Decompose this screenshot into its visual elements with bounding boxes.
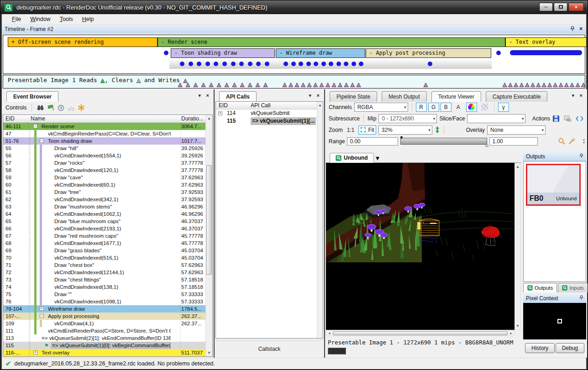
save-texture-icon[interactable] xyxy=(552,115,560,122)
write-event-triangle[interactable]: ▲ xyxy=(338,81,342,88)
event-browser-scrollbar[interactable]: ▲ ▼ xyxy=(205,115,212,356)
channels-selector[interactable]: RGBA ▾ xyxy=(354,103,408,112)
event-row-56[interactable]: 56vkCmdDrawIndexed(1554,1)39.25926 xyxy=(3,152,205,159)
texture-vertical-scrollbar[interactable]: ▲ ▼ xyxy=(514,163,521,330)
write-event-triangle[interactable]: ▲ xyxy=(581,81,585,88)
write-event-triangle[interactable]: ▲ xyxy=(307,81,311,88)
tab-pipeline-state[interactable]: Pipeline State xyxy=(330,91,377,102)
timeline-marker-apply-post-processing[interactable]: - Apply post processing xyxy=(366,48,491,58)
tab-inputs[interactable]: Inputs xyxy=(558,283,588,292)
scroll-up-icon[interactable]: ▲ xyxy=(317,102,323,109)
write-event-triangle[interactable]: ▲ xyxy=(263,81,268,88)
draw-event-dot[interactable] xyxy=(306,62,311,66)
tab-outputs[interactable]: Outputs xyxy=(523,283,557,292)
menu-file[interactable]: File xyxy=(7,15,26,24)
tab-api-calls[interactable]: API Calls xyxy=(219,91,257,102)
write-event-triangle[interactable]: ▲ xyxy=(503,81,507,88)
event-row-51-76[interactable]: 51-76−Toon shading draw1017.7... xyxy=(3,137,205,145)
panel-menu-caret-icon[interactable]: ▾ xyxy=(309,93,311,99)
event-row-107-...[interactable]: 107-...−Apply post processing262.37... xyxy=(3,313,205,320)
draw-event-dot[interactable] xyxy=(336,62,341,66)
zoom-1to1-button[interactable]: 1:1 xyxy=(345,125,357,135)
scroll-down-icon[interactable]: ▼ xyxy=(515,323,520,329)
collapse-icon[interactable]: − xyxy=(33,124,37,128)
open-link-icon[interactable] xyxy=(564,115,572,122)
debug-button[interactable]: Debug xyxy=(556,343,584,353)
bookmark-star-icon[interactable] xyxy=(78,104,85,111)
find-event-icon[interactable] xyxy=(37,104,44,111)
write-event-triangle[interactable]: ▲ xyxy=(344,81,348,88)
panel-close-icon[interactable]: × xyxy=(206,93,209,98)
draw-event-dot[interactable] xyxy=(359,62,363,66)
channel-r-button[interactable]: R xyxy=(416,103,427,112)
write-event-triangle[interactable]: ▲ xyxy=(564,81,568,88)
scroll-right-icon[interactable]: ◄ xyxy=(508,331,514,336)
write-event-triangle[interactable]: ▲ xyxy=(209,81,213,88)
draw-event-dot[interactable] xyxy=(321,62,326,66)
range-slider[interactable]: ▼ ▲ xyxy=(400,138,487,145)
event-table-header[interactable]: EID Name Duratio... xyxy=(3,115,205,123)
draw-event-dot[interactable] xyxy=(344,62,348,66)
range-max-input[interactable]: 1.00 xyxy=(489,137,538,146)
write-event-triangle[interactable]: ▲ xyxy=(531,81,535,88)
event-row-58[interactable]: 58vkCmdDrawIndexed(120,1)37.77778 xyxy=(3,167,205,174)
outputs-header[interactable]: Outputs xyxy=(523,152,586,161)
draw-event-dot[interactable] xyxy=(291,62,296,66)
write-event-triangle[interactable]: ▲ xyxy=(525,81,529,88)
scrollbar-thumb[interactable] xyxy=(206,165,212,275)
pin-icon[interactable] xyxy=(570,26,575,31)
event-row-74[interactable]: 74vkCmdDrawIndexed(138,1)57.18518 xyxy=(3,283,205,291)
event-row-76[interactable]: 76vkCmdDrawIndexed(1098,1)57.33333 xyxy=(3,298,205,305)
write-event-triangle[interactable]: ▲ xyxy=(326,81,330,88)
gamma-button[interactable]: γ xyxy=(498,103,509,112)
draw-event-dot[interactable] xyxy=(299,62,303,66)
event-row-71[interactable]: 71Draw "chest box"57.62963 xyxy=(3,261,205,269)
menu-window[interactable]: Window xyxy=(26,15,55,24)
write-event-triangle[interactable]: ▲ xyxy=(194,81,198,88)
panel-close-icon[interactable]: × xyxy=(317,93,320,98)
draw-event-dot[interactable] xyxy=(265,62,269,66)
write-event-triangle[interactable]: ▲ xyxy=(332,81,336,88)
write-event-triangle[interactable]: ▲ xyxy=(289,81,293,88)
draw-event-dot[interactable] xyxy=(189,62,193,66)
event-row-109[interactable]: 109vkCmdDraw(4,1)262.37... xyxy=(3,320,205,327)
event-row-62[interactable]: 62vkCmdDrawIndexed(342,1)37.92593 xyxy=(3,196,205,203)
event-row-64[interactable]: 64vkCmdDrawIndexed(1062,1)46.96296 xyxy=(3,210,205,218)
close-button[interactable]: × xyxy=(568,3,584,11)
jump-to-event-icon[interactable] xyxy=(47,104,54,111)
expand-icon[interactable]: + xyxy=(218,111,222,115)
event-row-111[interactable]: 111vkCmdEndRenderPass(C=Store, D=Store, … xyxy=(3,327,205,334)
write-event-triangle[interactable]: ▲ xyxy=(508,81,512,88)
tab-mesh-output[interactable]: Mesh Output xyxy=(382,91,427,102)
channel-g-button[interactable]: G xyxy=(428,103,439,112)
write-event-triangle[interactable]: ▲ xyxy=(186,81,190,88)
event-row-63[interactable]: 63Draw "mushroom stems"46.96296 xyxy=(3,203,205,210)
event-row-78-104[interactable]: 78-104+Wireframe draw1784.5... xyxy=(3,305,205,313)
channel-a-button[interactable]: A xyxy=(453,103,464,112)
tab-event-browser[interactable]: Event Browser xyxy=(6,91,58,102)
expand-icon[interactable]: + xyxy=(40,307,44,311)
time-events-icon[interactable] xyxy=(58,104,64,111)
minimize-button[interactable]: ─ xyxy=(539,3,553,11)
timeline-body[interactable]: + Off-screen scene rendering- Render sce… xyxy=(3,35,585,74)
range-white-point-handle[interactable]: ▲ xyxy=(484,142,489,147)
scroll-down-icon[interactable]: ▼ xyxy=(206,349,212,356)
api-call-row-114[interactable]: +114vkQueueSubmit xyxy=(216,109,323,117)
write-event-triangle[interactable]: ▲ xyxy=(240,81,244,88)
write-event-triangle[interactable]: ▲ xyxy=(576,81,580,88)
timeline-marker-render-scene[interactable]: - Render scene xyxy=(158,37,505,47)
alpha-background-button[interactable] xyxy=(479,103,490,112)
event-row-72[interactable]: 72vkCmdDrawIndexed(12144,1)57.62963 xyxy=(3,269,205,276)
texture-tabs-caret-icon[interactable]: ▾ xyxy=(376,154,379,162)
write-event-triangle[interactable]: ▲ xyxy=(542,81,546,88)
event-row-75[interactable]: 75Draw ""57.33333 xyxy=(3,291,205,298)
event-row-59[interactable]: 59Draw "cave"37.62963 xyxy=(3,174,205,181)
write-event-triangle[interactable]: ▲ xyxy=(320,81,324,88)
write-event-triangle[interactable]: ▲ xyxy=(248,81,252,88)
event-row-55[interactable]: 55Draw "hill"39.25926 xyxy=(3,145,205,152)
pixel-context-header[interactable]: Pixel Context xyxy=(523,294,586,303)
channel-b-button[interactable]: B xyxy=(441,103,452,112)
timeline-marker-off-screen-scene-rendering[interactable]: + Off-screen scene rendering xyxy=(8,37,158,47)
draw-event-dot[interactable] xyxy=(231,62,236,66)
scroll-up-icon[interactable]: ▲ xyxy=(515,163,520,170)
